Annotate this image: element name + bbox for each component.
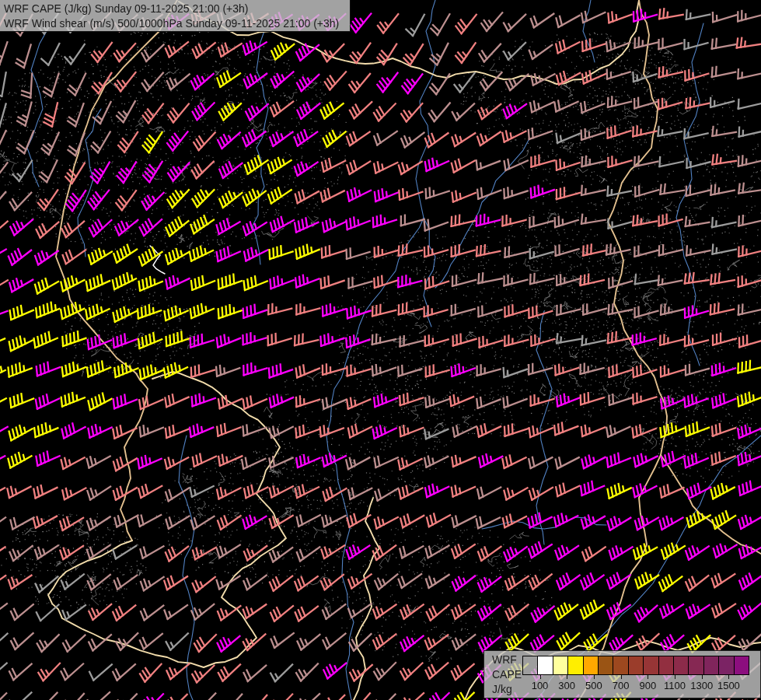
- legend-swatch: [688, 656, 703, 675]
- legend-product-label: WRF: [492, 653, 522, 667]
- legend-tick-label: 1500: [717, 680, 740, 691]
- wrf-weather-map: WRF CAPE (J/kg) Sunday 09-11-2025 21:00 …: [0, 0, 761, 700]
- title-cape-line: WRF CAPE (J/kg) Sunday 09-11-2025 21:00 …: [4, 2, 350, 16]
- legend-tick-label: 1100: [664, 680, 686, 691]
- wind-shear-barb-map-canvas: [0, 0, 761, 700]
- legend-colorbar: [522, 656, 749, 675]
- legend-swatch: [522, 656, 538, 675]
- legend-tick-mark: [702, 675, 703, 679]
- legend-swatch: [567, 656, 583, 675]
- legend-swatch: [537, 656, 553, 675]
- legend-swatch: [613, 656, 628, 675]
- legend-tick-row: 100300500700900110013001500: [484, 675, 760, 697]
- legend-tick-label: 100: [532, 680, 549, 691]
- legend-tick-mark: [648, 675, 648, 679]
- legend-tick-label: 300: [558, 680, 575, 691]
- title-windshear-line: WRF Wind shear (m/s) 500/1000hPa Sunday …: [4, 16, 350, 31]
- legend-swatch: [718, 656, 734, 675]
- legend-swatch: [583, 656, 599, 675]
- legend-swatch: [658, 656, 674, 675]
- legend-swatch: [553, 656, 568, 675]
- legend-swatch: [673, 656, 689, 675]
- legend-tick-mark: [594, 675, 595, 679]
- map-title-box: WRF CAPE (J/kg) Sunday 09-11-2025 21:00 …: [0, 0, 351, 32]
- legend-swatch: [598, 656, 613, 675]
- legend-swatch: [628, 656, 644, 675]
- legend-tick-mark: [567, 675, 567, 679]
- legend-tick-label: 500: [585, 680, 602, 691]
- legend-swatch: [703, 656, 719, 675]
- legend-tick-mark: [728, 675, 729, 679]
- cape-legend: WRF CAPE J/kg 10030050070090011001300150…: [483, 650, 761, 698]
- legend-tick-mark: [675, 675, 675, 679]
- legend-tick-label: 900: [639, 680, 656, 691]
- legend-tick-mark: [621, 675, 622, 679]
- legend-tick-mark: [540, 675, 541, 679]
- legend-tick-label: 1300: [690, 680, 713, 691]
- legend-swatch: [734, 656, 749, 675]
- legend-swatch: [643, 656, 658, 675]
- legend-tick-label: 700: [613, 680, 630, 691]
